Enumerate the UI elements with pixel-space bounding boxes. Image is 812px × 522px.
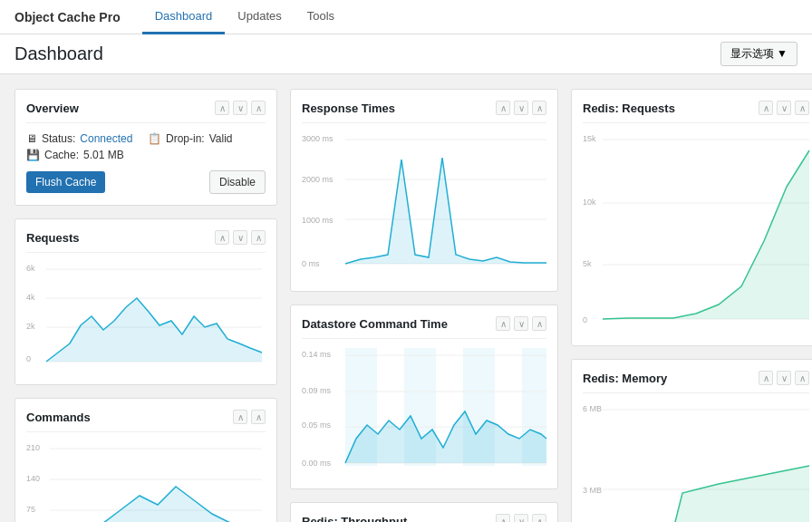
svg-text:2k: 2k [26, 322, 35, 331]
overview-expand-btn[interactable]: ∨ [233, 101, 247, 115]
datastore-collapse-btn[interactable]: ∧ [496, 316, 510, 331]
svg-text:10k: 10k [583, 198, 596, 207]
redis-memory-svg: 6 MB 3 MB 0 B [583, 402, 809, 522]
requests-move-btn[interactable]: ∧ [251, 230, 266, 245]
redis-requests-move-btn[interactable]: ∧ [795, 101, 809, 115]
redis-throughput-controls: ∧ ∨ ∧ [496, 514, 546, 522]
redis-memory-move-btn[interactable]: ∧ [795, 371, 809, 385]
redis-memory-expand-btn[interactable]: ∨ [777, 371, 791, 385]
commands-widget: Commands ∧ ∧ 210 140 75 0 [14, 398, 277, 522]
overview-actions: Flush Cache Disable [26, 170, 266, 194]
redis-throughput-header: Redis: Throughput ∧ ∨ ∧ [302, 514, 546, 522]
commands-controls: ∧ ∧ [233, 410, 266, 424]
datastore-expand-btn[interactable]: ∨ [514, 316, 528, 331]
redis-requests-controls: ∧ ∨ ∧ [759, 101, 809, 115]
requests-controls: ∧ ∨ ∧ [215, 230, 266, 245]
overview-grid: 🖥 Status: Connected 📋 Drop-in: Valid 💾 C… [26, 132, 266, 161]
svg-text:140: 140 [26, 474, 40, 483]
redis-throughput-collapse-btn[interactable]: ∧ [496, 514, 510, 522]
disable-button[interactable]: Disable [209, 170, 266, 194]
redis-throughput-move-btn[interactable]: ∧ [532, 514, 546, 522]
response-times-svg: 3000 ms 2000 ms 1000 ms 0 ms [302, 132, 546, 277]
redis-requests-title: Redis: Requests [583, 102, 675, 115]
nav-tabs: Dashboard Updates Tools [142, 0, 347, 34]
svg-text:75: 75 [26, 505, 35, 514]
response-times-controls: ∧ ∨ ∧ [496, 101, 546, 115]
overview-title: Overview [26, 102, 79, 115]
requests-collapse-btn[interactable]: ∧ [215, 230, 229, 245]
datastore-header: Datastore Command Time ∧ ∨ ∧ [302, 316, 546, 339]
requests-svg: 6k 4k 2k 0 [26, 262, 262, 371]
tab-tools[interactable]: Tools [295, 0, 347, 34]
redis-memory-collapse-btn[interactable]: ∧ [759, 371, 773, 385]
response-times-expand-btn[interactable]: ∨ [514, 101, 528, 115]
redis-throughput-title: Redis: Throughput [302, 515, 407, 523]
mid-column: Response Times ∧ ∨ ∧ 3000 ms 2000 ms 100… [290, 89, 558, 522]
requests-header: Requests ∧ ∨ ∧ [26, 230, 266, 253]
svg-text:0.09 ms: 0.09 ms [302, 386, 332, 395]
dropin-icon: 📋 [148, 132, 161, 145]
redis-throughput-widget: Redis: Throughput ∧ ∨ ∧ 120 op/s [290, 502, 558, 522]
commands-header: Commands ∧ ∧ [26, 410, 266, 432]
overview-header: Overview ∧ ∨ ∧ [26, 101, 266, 123]
redis-requests-svg: 15k 10k 5k 0 [583, 132, 809, 332]
redis-requests-widget: Redis: Requests ∧ ∨ ∧ 15k 10k 5k 0 [571, 89, 812, 346]
svg-text:4k: 4k [26, 293, 35, 302]
response-times-move-btn[interactable]: ∧ [532, 101, 546, 115]
cache-item: 💾 Cache: 5.01 MB [26, 149, 144, 161]
svg-text:5k: 5k [583, 259, 592, 268]
app-name: Object Cache Pro [14, 10, 121, 24]
svg-text:0.00 ms: 0.00 ms [302, 459, 332, 468]
svg-text:3000 ms: 3000 ms [302, 134, 334, 143]
commands-chart: 210 140 75 0 [26, 441, 266, 522]
response-times-title: Response Times [302, 102, 395, 115]
overview-move-btn[interactable]: ∧ [251, 101, 266, 115]
commands-svg: 210 140 75 0 [26, 441, 262, 522]
main-content: Overview ∧ ∨ ∧ 🖥 Status: Connected 📋 Dro… [0, 74, 812, 522]
datastore-move-btn[interactable]: ∧ [532, 316, 546, 331]
svg-text:0.14 ms: 0.14 ms [302, 350, 332, 359]
svg-text:15k: 15k [583, 134, 596, 143]
commands-title: Commands [26, 411, 91, 424]
overview-collapse-btn[interactable]: ∧ [215, 101, 229, 115]
tab-updates[interactable]: Updates [225, 0, 294, 34]
redis-requests-collapse-btn[interactable]: ∧ [759, 101, 773, 115]
svg-text:2000 ms: 2000 ms [302, 175, 334, 184]
status-label: Status: [42, 132, 75, 145]
svg-text:0 ms: 0 ms [302, 259, 320, 268]
response-times-collapse-btn[interactable]: ∧ [496, 101, 510, 115]
commands-move-btn[interactable]: ∧ [251, 410, 266, 424]
requests-chart: 6k 4k 2k 0 [26, 262, 266, 373]
page-title: Dashboard [14, 44, 103, 64]
right-column: Redis: Requests ∧ ∨ ∧ 15k 10k 5k 0 [571, 89, 812, 522]
dropin-value: Valid [209, 132, 233, 145]
top-bar: Object Cache Pro Dashboard Updates Tools [0, 0, 812, 34]
cache-icon: 💾 [26, 149, 40, 161]
redis-requests-expand-btn[interactable]: ∨ [777, 101, 791, 115]
requests-widget: Requests ∧ ∨ ∧ 6k 4k 2k 0 [14, 218, 277, 385]
svg-text:6k: 6k [26, 264, 35, 273]
status-item: 🖥 Status: Connected [26, 132, 144, 145]
svg-text:0: 0 [26, 354, 31, 363]
dropin-label: Drop-in: [166, 132, 205, 145]
redis-requests-header: Redis: Requests ∧ ∨ ∧ [583, 101, 809, 123]
overview-widget: Overview ∧ ∨ ∧ 🖥 Status: Connected 📋 Dro… [14, 89, 277, 206]
display-options-button[interactable]: 显示选项 ▼ [720, 42, 798, 66]
datastore-widget: Datastore Command Time ∧ ∨ ∧ 0.14 ms 0.0… [290, 304, 558, 489]
redis-throughput-expand-btn[interactable]: ∨ [514, 514, 528, 522]
flush-cache-button[interactable]: Flush Cache [26, 171, 105, 193]
svg-text:0.05 ms: 0.05 ms [302, 420, 332, 430]
redis-memory-chart: 6 MB 3 MB 0 B [583, 402, 809, 522]
svg-text:0: 0 [583, 315, 587, 324]
datastore-svg: 0.14 ms 0.09 ms 0.05 ms 0.00 ms [302, 348, 546, 475]
cache-label: Cache: [44, 149, 79, 161]
commands-collapse-btn[interactable]: ∧ [233, 410, 247, 424]
response-times-chart: 3000 ms 2000 ms 1000 ms 0 ms [302, 132, 546, 280]
response-times-area [345, 158, 546, 264]
redis-memory-widget: Redis: Memory ∧ ∨ ∧ 6 MB 3 MB 0 B [571, 359, 812, 522]
tab-dashboard[interactable]: Dashboard [142, 0, 226, 34]
datastore-controls: ∧ ∨ ∧ [496, 316, 546, 331]
requests-expand-btn[interactable]: ∨ [233, 230, 247, 245]
server-icon: 🖥 [26, 132, 37, 145]
cache-value: 5.01 MB [83, 149, 124, 161]
